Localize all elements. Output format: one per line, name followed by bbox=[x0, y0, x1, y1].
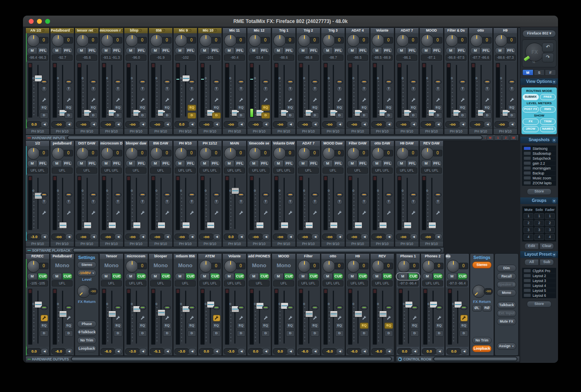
gain-knob[interactable] bbox=[298, 260, 311, 273]
pan-knob[interactable] bbox=[238, 193, 245, 197]
view-option-submix-button[interactable]: SUBMIX bbox=[523, 94, 539, 100]
row-scrollbar[interactable] bbox=[71, 357, 392, 361]
dynamics-button[interactable]: D bbox=[237, 112, 245, 119]
fader-track[interactable] bbox=[431, 65, 432, 117]
eq-button[interactable]: EQ bbox=[360, 323, 368, 329]
phase-right-button[interactable]: RØ bbox=[483, 305, 492, 312]
mute-button[interactable]: M bbox=[27, 47, 37, 54]
collapse-arrow-button[interactable]: ◀ bbox=[213, 348, 221, 355]
eq-button[interactable]: EQ bbox=[435, 323, 444, 329]
chevron-down-icon[interactable]: ▼ bbox=[552, 138, 556, 142]
collapse-arrow-button[interactable]: ◀ bbox=[41, 121, 48, 128]
pfl-button[interactable]: PFL bbox=[333, 47, 343, 54]
fader-track[interactable] bbox=[62, 178, 63, 229]
pfl-button[interactable]: PFL bbox=[136, 160, 146, 167]
dynamics-button[interactable]: D bbox=[261, 330, 270, 337]
pan-knob[interactable] bbox=[90, 193, 97, 197]
fader-track[interactable] bbox=[333, 65, 334, 117]
no-trim-button[interactable]: No Trim bbox=[472, 337, 492, 344]
eq-button[interactable]: EQ bbox=[212, 105, 221, 111]
gain-knob[interactable] bbox=[495, 34, 508, 47]
trim-button[interactable]: T bbox=[213, 199, 220, 205]
cue-button[interactable]: CUE bbox=[309, 273, 319, 280]
dynamics-button[interactable]: D bbox=[360, 112, 368, 119]
pfl-button[interactable]: PFL bbox=[358, 47, 368, 54]
channel-settings-button[interactable] bbox=[460, 97, 466, 103]
cue-button[interactable]: CUE bbox=[259, 273, 270, 280]
no-trim-button[interactable]: No Trim bbox=[77, 337, 96, 344]
collapse-arrow-button[interactable]: ◀ bbox=[188, 121, 196, 128]
layout-row[interactable]: Layout 2 bbox=[523, 273, 556, 278]
fader-track[interactable] bbox=[210, 65, 211, 117]
layout-presets-header[interactable]: Layout Presets▼ bbox=[520, 251, 558, 258]
gain-knob[interactable] bbox=[52, 34, 64, 47]
layout-row[interactable]: Layout 6 bbox=[523, 293, 556, 298]
mute-button[interactable]: M bbox=[470, 47, 480, 54]
pfl-button[interactable]: PFL bbox=[456, 47, 467, 54]
dynamics-button[interactable]: D bbox=[138, 330, 147, 337]
eq-button[interactable]: EQ bbox=[335, 323, 344, 329]
gain-knob[interactable] bbox=[347, 147, 360, 160]
layout-tab-all[interactable]: All bbox=[524, 259, 539, 266]
channel-name[interactable]: 1/2 bbox=[26, 141, 49, 146]
pan-knob[interactable] bbox=[114, 193, 121, 197]
cue-button[interactable]: CUE bbox=[62, 273, 73, 280]
collapse-arrow-button[interactable]: ◀ bbox=[336, 121, 344, 128]
fader-track[interactable] bbox=[457, 291, 458, 344]
cue-button[interactable]: CUE bbox=[358, 273, 368, 280]
trim-button[interactable]: T bbox=[263, 86, 269, 92]
collapse-arrow-button[interactable]: ◀ bbox=[460, 348, 468, 355]
scrollbar-thumb[interactable] bbox=[68, 136, 482, 139]
fader-track[interactable] bbox=[87, 65, 88, 117]
snapshot-row[interactable]: Startsong bbox=[523, 146, 556, 151]
dynamics-button[interactable]: D bbox=[89, 112, 98, 119]
layout-row[interactable]: Layout 3 bbox=[523, 278, 556, 283]
scrollbar-thumb[interactable] bbox=[72, 358, 391, 360]
cue-button[interactable]: CUE bbox=[136, 273, 146, 280]
minimize-button[interactable] bbox=[37, 19, 42, 24]
dynamics-button[interactable]: D bbox=[311, 112, 319, 119]
mute-button[interactable]: M bbox=[76, 160, 87, 167]
fader-handle[interactable] bbox=[182, 222, 190, 229]
chevron-down-icon[interactable]: ▼ bbox=[552, 80, 556, 84]
channel-settings-button[interactable] bbox=[436, 315, 443, 321]
layout-row[interactable]: Layout 5 bbox=[523, 288, 556, 293]
snapshots-header[interactable]: Snapshots▼ bbox=[520, 137, 558, 143]
pfl-button[interactable]: PFL bbox=[407, 47, 417, 54]
channel-name[interactable]: H9 bbox=[494, 28, 517, 33]
mute-button[interactable]: M bbox=[199, 160, 210, 167]
channel-settings-button[interactable] bbox=[66, 97, 72, 103]
pan-knob[interactable] bbox=[459, 80, 466, 84]
channel-name[interactable]: 856 bbox=[149, 28, 172, 33]
pan-knob[interactable] bbox=[336, 193, 343, 197]
channel-settings-button[interactable] bbox=[115, 315, 121, 321]
gain-knob[interactable] bbox=[372, 147, 384, 160]
channel-settings-button[interactable] bbox=[509, 97, 515, 103]
channel-name[interactable]: Mic 10 bbox=[198, 28, 222, 33]
channel-settings-button[interactable] bbox=[435, 210, 441, 216]
snapshot-row[interactable]: Studiosetup bbox=[523, 151, 556, 156]
dynamics-button[interactable]: D bbox=[138, 112, 147, 119]
phase-left-button[interactable]: ØL bbox=[472, 305, 482, 312]
eq-button[interactable]: EQ bbox=[89, 105, 98, 111]
assign-dropdown[interactable]: Assign ▼ bbox=[497, 343, 516, 350]
fader-track[interactable] bbox=[160, 291, 162, 344]
channel-settings-button[interactable] bbox=[41, 315, 48, 321]
fader-handle[interactable] bbox=[108, 222, 116, 229]
mute-button[interactable]: M bbox=[175, 47, 185, 54]
snapshot-checkbox[interactable] bbox=[524, 147, 531, 150]
fader-track[interactable] bbox=[407, 178, 408, 229]
chevron-down-icon[interactable]: ▼ bbox=[552, 252, 556, 257]
channel-settings-button[interactable] bbox=[238, 97, 245, 103]
zoom-button[interactable] bbox=[45, 19, 50, 24]
channel-settings-button[interactable] bbox=[312, 210, 318, 216]
snapshot-row[interactable]: Backup bbox=[523, 171, 556, 176]
cr-mono-button[interactable]: Mono bbox=[497, 289, 516, 296]
fader-track[interactable] bbox=[185, 178, 186, 229]
channel-settings-button[interactable] bbox=[263, 315, 269, 321]
cue-button[interactable]: CUE bbox=[161, 273, 171, 280]
channel-name[interactable]: Trig 3 bbox=[321, 28, 345, 33]
gain-knob[interactable] bbox=[347, 34, 360, 47]
channel-settings-button[interactable] bbox=[336, 315, 343, 321]
channel-name[interactable]: timecode se bbox=[247, 141, 271, 146]
